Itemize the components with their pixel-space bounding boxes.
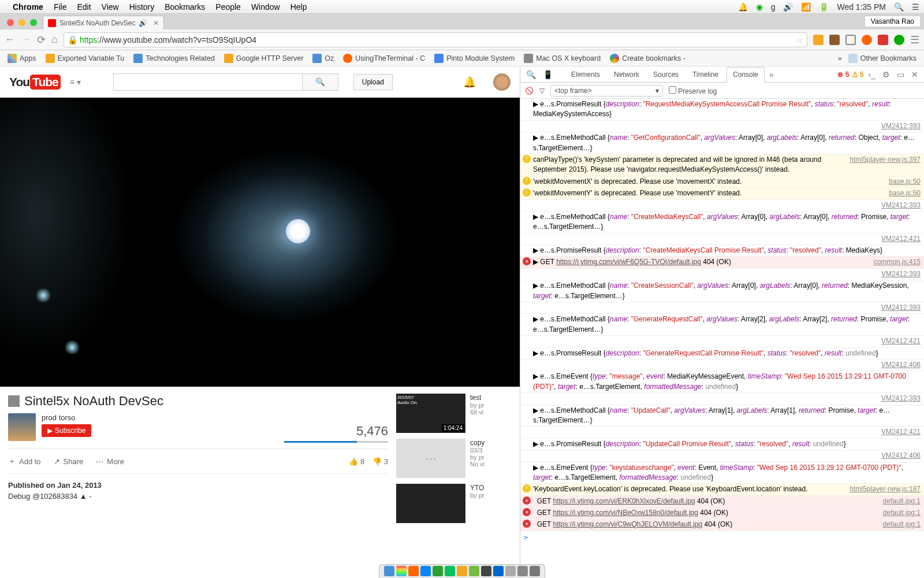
menu-window[interactable]: Window [251,2,280,12]
bookmark-item[interactable]: Exported Variable Tu [43,53,128,64]
suggestion-item[interactable]: 2015/07Audio On.1:04:24 testby pr68 vi [396,394,512,433]
tab-sources[interactable]: Sources [647,66,684,82]
upload-button[interactable]: Upload [353,74,393,90]
console-log-entry[interactable]: ▶ e…s.PromiseResult {description: "Reque… [520,99,924,121]
battery-icon[interactable]: 🔋 [819,2,829,12]
console-log-entry[interactable]: 'webkitMovementY' is deprecated. Please … [520,188,924,199]
close-tab-icon[interactable]: ✕ [153,19,159,27]
console-prompt[interactable]: > [520,531,924,544]
ext-icon-5[interactable] [894,35,904,45]
bookmark-item[interactable]: Create bookmarks - [607,53,688,64]
frame-selector[interactable]: <top frame>▾ [550,85,663,97]
bookmark-item[interactable]: Google HTTP Server [221,53,306,64]
console-output[interactable]: ▶ e…s.PromiseResult {description: "Reque… [520,99,924,564]
tab-elements[interactable]: Elements [565,66,606,82]
console-log-entry[interactable]: VM2412:421 [520,234,924,245]
ext-icon-3[interactable] [862,35,872,45]
console-log-entry[interactable]: ▶ e…s.PromiseResult {description: "Gener… [520,348,924,360]
menu-people[interactable]: People [215,2,241,12]
tab-network[interactable]: Network [608,66,645,82]
youtube-logo[interactable]: YouTube [9,75,61,90]
drawer-icon[interactable]: ›_ [866,70,878,79]
bookmark-item[interactable]: Mac OS X keyboard [521,53,603,64]
menu-view[interactable]: View [102,2,119,12]
ext-icon-4[interactable] [878,35,888,45]
console-log-entry[interactable]: GET https://i.ytimg.com/vi/C9wQhJELOVM/d… [520,519,924,531]
back-button[interactable]: ← [5,34,15,46]
inspect-icon[interactable]: 🔍 [524,70,538,79]
chrome-menu-icon[interactable]: ☰ [910,34,919,46]
console-log-entry[interactable]: ▶ e…s.EmeMethodCall {name: "GetConfigura… [520,132,924,154]
console-log-entry[interactable]: ▶ e…s.EmeMethodCall {name: "UpdateCall",… [520,405,924,427]
menu-file[interactable]: File [54,2,67,12]
bookmark-item[interactable]: Pinto Module System [431,53,517,64]
console-log-entry[interactable]: ▶ e…s.PromiseResult {description: "Updat… [520,439,924,450]
guide-icon[interactable]: ≡ ▾ [70,77,81,87]
user-avatar[interactable] [493,73,511,91]
home-button[interactable]: ⌂ [51,34,58,46]
tab-audio-icon[interactable]: 🔊 [139,19,147,27]
browser-tab[interactable]: Sintel5x NoAuth DevSec 🔊 ✕ [43,16,164,29]
chrome-profile[interactable]: Vasantha Rao [865,16,921,27]
maximize-window-icon[interactable] [30,19,37,26]
console-log-entry[interactable]: VM2412:406 [520,360,924,371]
reload-button[interactable]: ⟳ [37,34,46,46]
channel-name[interactable]: prod torso [42,413,91,422]
console-log-entry[interactable]: VM2412:393 [520,121,924,132]
search-input[interactable] [114,74,302,90]
console-log-entry[interactable]: 'webkitMovementX' is deprecated. Please … [520,176,924,188]
menu-edit[interactable]: Edit [77,2,91,12]
suggestion-item[interactable]: ⋯ copy03/3by prNo vi [396,439,512,478]
bell-icon[interactable]: 🔔 [463,76,476,88]
video-player[interactable] [0,98,520,387]
error-badge[interactable]: ⊗ 5 [837,71,849,79]
console-log-entry[interactable]: ▶ e…s.EmeEvent {type: "message", event: … [520,371,924,393]
menu-help[interactable]: Help [290,2,307,12]
bookmark-item[interactable]: Technologies Related [131,53,218,64]
clock[interactable]: Wed 1:35 PM [837,2,886,12]
console-log-entry[interactable]: VM2412:393 [520,200,924,212]
console-log-entry[interactable]: ▶ e…s.EmeEvent {type: "keystatuseschange… [520,462,924,484]
console-log-entry[interactable]: VM2412:393 [520,269,924,280]
more-button[interactable]: ⋯ More [96,457,124,466]
like-button[interactable]: 👍 8 [349,457,364,466]
console-log-entry[interactable]: ▶ e…s.EmeMethodCall {name: "GenerateRequ… [520,314,924,336]
wifi-icon[interactable]: 📶 [801,2,811,12]
console-log-entry[interactable]: canPlayType()'s 'keySystem' parameter is… [520,154,924,176]
ext-icon-1[interactable] [813,35,824,45]
apps-button[interactable]: Apps [5,53,39,64]
console-log-entry[interactable]: VM2412:406 [520,450,924,462]
device-icon[interactable]: 📱 [541,70,555,79]
menu-history[interactable]: History [129,2,155,12]
close-window-icon[interactable] [7,19,14,26]
minimize-window-icon[interactable] [18,19,25,26]
filter-icon[interactable]: ▽ [539,87,545,95]
settings-icon[interactable]: ⚙ [880,70,892,79]
tab-timeline[interactable]: Timeline [687,66,724,82]
close-devtools-icon[interactable]: ✕ [909,70,921,79]
preserve-log-checkbox[interactable]: Preserve log [669,86,717,95]
spotlight-icon[interactable]: 🔍 [894,2,904,12]
star-icon[interactable]: ☆ [796,35,803,45]
dislike-button[interactable]: 👎 3 [372,457,388,466]
search-button[interactable]: 🔍 [302,74,338,90]
address-bar[interactable]: 🔒 https://www.youtube.com/watch?v=tsO9Sq… [64,32,807,47]
bookmark-item[interactable]: UsingTheTerminal - C [340,53,428,64]
bookmarks-overflow[interactable]: » [838,54,842,62]
console-log-entry[interactable]: ▶ GET https://i.ytimg.com/vi/wF6Q5G-TVOI… [520,257,924,268]
bookmark-item[interactable]: Oz [310,53,337,64]
menu-bookmarks[interactable]: Bookmarks [165,2,205,12]
tabs-overflow-icon[interactable]: » [767,70,776,79]
cast-icon[interactable] [845,35,856,45]
volume-icon[interactable]: 🔊 [783,2,793,12]
subscribe-button[interactable]: ▶ Subscribe [42,424,91,437]
ext-icon-2[interactable] [829,35,840,45]
console-log-entry[interactable]: GET https://i.ytimg.com/vi/NBeOxw158n0/d… [520,507,924,519]
console-log-entry[interactable]: VM2412:421 [520,427,924,438]
other-bookmarks[interactable]: Other Bookmarks [845,53,919,64]
menu-app[interactable]: Chrome [13,2,43,12]
tab-console[interactable]: Console [726,67,765,83]
console-log-entry[interactable]: GET https://i.ytimg.com/vi/ERK0hXlxovE/d… [520,496,924,507]
console-log-entry[interactable]: VM2412:393 [520,393,924,405]
console-log-entry[interactable]: ▶ e…s.EmeMethodCall {name: "CreateSessio… [520,280,924,302]
